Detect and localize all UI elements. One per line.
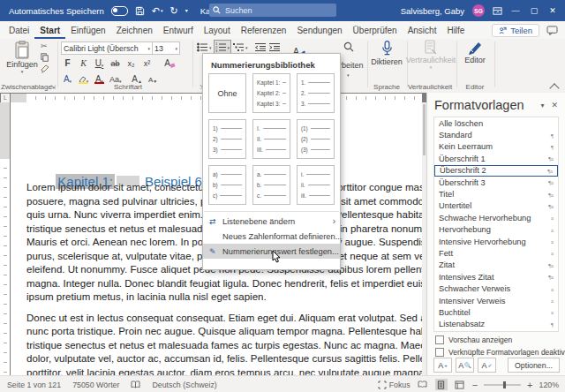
style-item-listenabsatz[interactable]: Listenabsatz¶	[434, 319, 558, 330]
editing-search-icon[interactable]	[343, 41, 354, 52]
clear-formatting-button[interactable]: A	[164, 57, 176, 68]
word-count[interactable]: 75050 Wörter	[72, 381, 119, 389]
proofing-icon[interactable]	[131, 381, 140, 389]
dictate-button[interactable]: Diktieren	[369, 40, 404, 66]
style-item-untertitel[interactable]: Untertitel¶a	[434, 200, 558, 212]
maximize-button[interactable]: ▢	[529, 6, 539, 15]
subscript-button[interactable]: x₂	[125, 57, 137, 68]
quick-access-caret-icon[interactable]: ▾	[185, 0, 188, 21]
new-style-button[interactable]: A+	[433, 358, 452, 373]
share-button[interactable]: Teilen	[492, 24, 539, 37]
tab-zeichnen[interactable]: Zeichnen	[111, 21, 158, 39]
style-item-schwacher-verweis[interactable]: Schwacher Verweisa	[434, 283, 558, 294]
numbering-option-8[interactable]: i.ii.iii.	[297, 165, 335, 205]
tab-hilfe[interactable]: Hilfe	[441, 21, 470, 39]
menu-item-neues-zahlenformat-definieren[interactable]: Neues Zahlenformat definieren...	[203, 229, 340, 244]
zoom-level[interactable]: 120%	[539, 381, 560, 389]
zoom-in-icon[interactable]: +	[527, 380, 532, 390]
numbering-option-2[interactable]: 1.2.3.	[297, 73, 335, 113]
autosave-toggle[interactable]	[111, 6, 128, 16]
minimize-button[interactable]: —	[510, 6, 521, 15]
sensitivity-button[interactable]: Vertraulichkeit ▾	[409, 40, 453, 70]
focus-mode-button[interactable]: Fokus	[378, 381, 411, 389]
italic-button[interactable]: K	[78, 57, 89, 68]
manage-styles-button[interactable]: A✓	[478, 358, 496, 373]
style-item-überschrift-2[interactable]: Überschrift 2¶a	[434, 165, 558, 177]
zoom-slider[interactable]	[484, 384, 521, 386]
vertical-ruler[interactable]	[0, 102, 10, 375]
bold-button[interactable]: F	[62, 57, 73, 68]
tab-ansicht[interactable]: Ansicht	[403, 21, 442, 39]
cut-icon[interactable]: ✂	[41, 41, 49, 50]
editor-button[interactable]: Editor	[459, 40, 491, 64]
tab-datei[interactable]: Datei	[4, 21, 34, 39]
language-indicator[interactable]: Deutsch (Schweiz)	[152, 381, 216, 389]
numbering-option-5[interactable]: (1)(2)(3)	[297, 119, 335, 159]
text-effects-button[interactable]: A▾	[62, 72, 73, 84]
style-item-standard[interactable]: Standard¶	[434, 129, 558, 140]
style-item-zitat[interactable]: Zitat¶a	[434, 260, 558, 271]
tab-layout[interactable]: Layout	[199, 21, 236, 39]
numbering-option-6[interactable]: a)b)c)	[208, 165, 246, 205]
show-preview-checkbox[interactable]: Vorschau anzeigen	[435, 335, 557, 344]
ribbon-display-options-icon[interactable]	[493, 6, 502, 16]
style-item-intensive-hervorhebung[interactable]: Intensive Hervorhebunga	[434, 236, 558, 247]
tab-start[interactable]: Start	[34, 21, 65, 39]
bullets-button[interactable]: ▾	[196, 41, 213, 54]
numbering-option-3[interactable]: 1)2)3)	[208, 119, 246, 159]
style-item-alle-löschen[interactable]: Alle löschen	[434, 117, 558, 129]
user-name[interactable]: Salvisberg, Gaby	[401, 6, 464, 16]
print-layout-icon[interactable]	[435, 379, 448, 390]
style-item-intensives-zitat[interactable]: Intensives Zitat¶a	[434, 271, 558, 283]
search-box[interactable]	[209, 4, 336, 17]
web-layout-icon[interactable]	[454, 379, 466, 390]
multilevel-list-button[interactable]: ▾	[232, 41, 249, 54]
redo-icon[interactable]: ↻	[170, 0, 177, 21]
style-item-buchtitel[interactable]: Buchtitela	[434, 306, 558, 318]
styles-pane-close-icon[interactable]: ✕	[551, 101, 558, 109]
numbering-option-7[interactable]: a.b.c.	[252, 165, 290, 205]
increase-indent-button[interactable]	[268, 41, 281, 54]
numbering-button[interactable]: 123 ▾	[215, 41, 231, 54]
style-item-fett[interactable]: Fetta	[434, 247, 558, 259]
styles-pane-caret-icon[interactable]: ▾	[540, 102, 544, 109]
style-item-kein-leerraum[interactable]: Kein Leerraum¶	[434, 141, 558, 153]
tab-entwurf[interactable]: Entwurf	[158, 21, 199, 39]
underline-button[interactable]: U▾	[94, 57, 105, 68]
paste-button[interactable]: Einfügen ▾	[5, 41, 39, 74]
strikethrough-button[interactable]: ab	[109, 57, 121, 68]
font-name-combo[interactable]: Calibri Light (Übersch▾	[61, 41, 153, 55]
numbering-option-0[interactable]: Ohne	[208, 73, 246, 113]
style-inspector-button[interactable]: A🔍	[456, 358, 474, 373]
style-item-titel[interactable]: Titel¶a	[434, 188, 558, 200]
numbering-option-1[interactable]: Kapitel 1:Kapitel 2:Kapitel 3:	[252, 73, 290, 113]
clipboard-dialog-launcher-icon[interactable]: ⇲	[50, 84, 57, 91]
search-input[interactable]	[223, 5, 302, 16]
tab-überprüfen[interactable]: Überprüfen	[348, 21, 403, 39]
style-item-überschrift-3[interactable]: Überschrift 3¶a	[434, 177, 558, 188]
decrease-indent-button[interactable]	[254, 41, 267, 54]
zoom-out-icon[interactable]: −	[472, 380, 478, 390]
disable-linked-styles-checkbox[interactable]: Verknüpfte Formatvorlagen deaktivieren	[435, 348, 557, 357]
read-mode-icon[interactable]	[417, 379, 429, 390]
superscript-button[interactable]: x²	[141, 57, 153, 68]
styles-options-button[interactable]: Optionen...	[508, 358, 560, 373]
format-painter-icon[interactable]	[41, 64, 49, 73]
save-icon[interactable]	[135, 6, 145, 16]
tab-einfügen[interactable]: Einfügen	[65, 21, 110, 39]
comments-icon[interactable]	[546, 26, 558, 35]
style-item-hervorhebung[interactable]: Hervorhebunga	[434, 224, 558, 236]
style-item-überschrift-1[interactable]: Überschrift 1¶a	[434, 153, 558, 164]
avatar[interactable]: SG	[472, 4, 485, 17]
tab-sendungen[interactable]: Sendungen	[291, 21, 347, 39]
style-item-intensiver-verweis[interactable]: Intensiver Verweisa	[434, 295, 558, 306]
undo-icon[interactable]: ↶▾	[152, 0, 163, 21]
numbering-option-4[interactable]: I.II.III.	[252, 119, 290, 159]
tab-stop-selector[interactable]: L	[1, 94, 10, 102]
tab-referenzen[interactable]: Referenzen	[236, 21, 292, 39]
font-size-combo[interactable]: 13▾	[152, 41, 180, 55]
close-button[interactable]: ✕	[547, 6, 558, 15]
collapse-ribbon-icon[interactable]	[549, 83, 559, 93]
style-item-schwache-hervorhebung[interactable]: Schwache Hervorhebunga	[434, 212, 558, 223]
page-indicator[interactable]: Seite 1 von 121	[7, 381, 61, 389]
